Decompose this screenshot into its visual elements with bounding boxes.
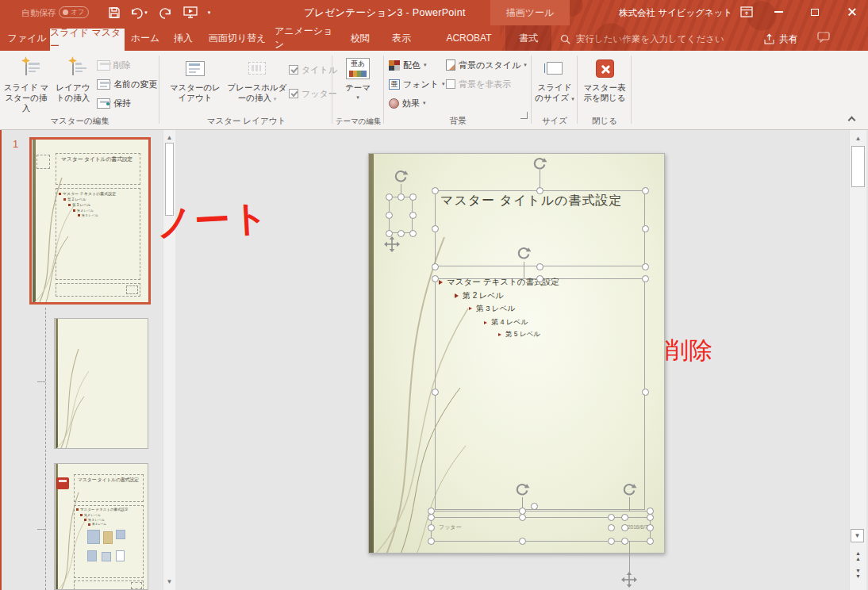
group-label-master-edit: マスターの編集 xyxy=(0,116,159,127)
save-icon[interactable] xyxy=(105,4,124,21)
selection-handle[interactable] xyxy=(428,524,435,531)
tab-view[interactable]: 表示 xyxy=(384,25,419,51)
title-checkbox[interactable]: タイトル xyxy=(289,62,337,78)
undo-caret: ▾ xyxy=(144,10,148,16)
selection-handle[interactable] xyxy=(608,514,615,521)
rotation-handle-icon[interactable] xyxy=(532,155,547,174)
selection-handle[interactable] xyxy=(608,524,615,531)
rotation-handle-icon[interactable] xyxy=(516,245,532,264)
close-button[interactable] xyxy=(836,0,868,24)
tab-animations[interactable]: アニメーション xyxy=(275,25,340,51)
rotation-handle-icon[interactable] xyxy=(393,168,409,187)
selection-handle[interactable] xyxy=(432,225,439,232)
selection-handle[interactable] xyxy=(432,389,439,396)
tab-insert[interactable]: 挿入 xyxy=(167,25,200,51)
comments-icon[interactable] xyxy=(817,32,830,46)
selection-handle[interactable] xyxy=(398,230,405,237)
selection-handle[interactable] xyxy=(536,275,543,282)
thumbnail-layout-title-content[interactable]: マスター タイトルの書式設定 マスター テキストの書式設定 第 2 レベル 第 … xyxy=(54,463,148,590)
selection-handle[interactable] xyxy=(647,524,654,531)
hide-background-checkbox[interactable]: 背景を非表示 xyxy=(446,76,511,92)
start-slideshow-icon[interactable] xyxy=(181,4,200,21)
fonts-button[interactable]: 亜 フォント▾ xyxy=(389,76,445,92)
selection-handle[interactable] xyxy=(642,225,649,232)
main-scrollbar-thumb[interactable] xyxy=(851,146,865,187)
themes-button[interactable]: 亜あ テーマ ▾ xyxy=(337,54,378,114)
selection-handle[interactable] xyxy=(621,514,628,521)
selection-handle[interactable] xyxy=(386,193,393,201)
preserve-button[interactable]: 保持 xyxy=(97,95,131,111)
rotation-handle-icon[interactable] xyxy=(621,481,637,500)
master-layout-button[interactable]: マスターのレイアウト xyxy=(167,54,224,114)
main-scrollbar[interactable]: ▲ ▼ ▲▲ ▼▼ xyxy=(849,130,866,590)
selection-handle[interactable] xyxy=(519,538,526,545)
next-slide-icon[interactable]: ▼▼ xyxy=(850,568,866,579)
slide-size-button[interactable]: スライドのサイズ ▾ xyxy=(535,54,574,114)
collapse-ribbon-icon[interactable] xyxy=(848,117,856,125)
selection-handle[interactable] xyxy=(536,263,543,270)
undo-icon[interactable]: ▾ xyxy=(127,4,151,21)
selection-handle[interactable] xyxy=(608,538,615,545)
footer-checkbox[interactable]: フッター xyxy=(289,86,337,102)
selection-handle[interactable] xyxy=(432,187,439,194)
tab-home[interactable]: ホーム xyxy=(127,25,163,51)
insert-slide-master-button[interactable]: スライド マスターの挿入 xyxy=(2,54,50,114)
insert-placeholder-button[interactable]: プレースホルダーの挿入 ▾ xyxy=(227,54,287,114)
tab-format[interactable]: 書式 xyxy=(505,25,551,51)
tab-acrobat[interactable]: ACROBAT xyxy=(441,25,497,51)
selection-handle[interactable] xyxy=(536,187,543,194)
redo-icon[interactable] xyxy=(156,4,175,21)
selection-handle[interactable] xyxy=(409,212,417,219)
move-cursor-icon[interactable] xyxy=(620,571,638,590)
selection-handle[interactable] xyxy=(428,538,435,545)
selection-handle[interactable] xyxy=(642,263,649,270)
scroll-down-icon[interactable]: ▼ xyxy=(851,529,864,542)
tab-slide-master[interactable]: スライド マスター xyxy=(50,29,125,51)
move-cursor-icon[interactable] xyxy=(383,236,401,256)
insert-layout-button[interactable]: レイアウトの挿入 xyxy=(52,54,94,114)
selection-handle[interactable] xyxy=(386,230,393,237)
selection-handle[interactable] xyxy=(647,538,654,545)
selection-handle[interactable] xyxy=(621,538,628,545)
tab-review[interactable]: 校閲 xyxy=(343,25,378,51)
selection-handle[interactable] xyxy=(432,263,439,270)
thumbnail-master-selected[interactable]: マスター タイトルの書式設定 マスター テキストの書式設定 第 2 レベル 第 … xyxy=(29,137,151,305)
background-styles-button[interactable]: 背景のスタイル▾ xyxy=(446,57,527,73)
maximize-button[interactable] xyxy=(800,0,830,24)
selection-handle[interactable] xyxy=(621,524,628,531)
scroll-up-icon[interactable]: ▲ xyxy=(850,132,866,145)
autosave-toggle[interactable]: オフ xyxy=(59,6,89,18)
rotation-handle-icon[interactable] xyxy=(514,481,530,500)
qat-customize-icon[interactable]: ▾ xyxy=(203,4,214,21)
body-placeholder[interactable] xyxy=(435,278,645,510)
colors-button[interactable]: 配色▾ xyxy=(389,57,427,73)
rename-button[interactable]: 名前の変更 xyxy=(97,76,157,92)
scroll-down-icon[interactable]: ▼ xyxy=(163,576,175,588)
close-master-view-button[interactable]: マスター表示を閉じる xyxy=(580,54,629,114)
minimize-button[interactable] xyxy=(763,0,793,24)
delete-button[interactable]: 削除 xyxy=(97,57,131,73)
selection-handle[interactable] xyxy=(647,514,654,521)
previous-slide-icon[interactable]: ▲▲ xyxy=(850,550,866,561)
selection-handle[interactable] xyxy=(409,193,417,201)
selection-handle[interactable] xyxy=(398,193,405,201)
selection-handle[interactable] xyxy=(531,503,538,510)
selection-handle[interactable] xyxy=(642,389,649,396)
tell-me-search[interactable]: 実行したい作業を入力してください xyxy=(560,31,724,47)
share-button[interactable]: 共有 xyxy=(763,31,798,47)
selection-handle[interactable] xyxy=(428,514,435,521)
selection-handle[interactable] xyxy=(642,275,649,282)
selection-handle[interactable] xyxy=(642,187,649,194)
tab-transitions[interactable]: 画面切り替え xyxy=(203,25,271,51)
master-slide[interactable]: マスター タイトルの書式設定 マスター テキストの書式設定 第 2 レベル 第 … xyxy=(368,153,665,554)
ribbon-display-options-icon[interactable] xyxy=(732,0,762,24)
thumbnail-layout-blank[interactable] xyxy=(54,318,148,449)
selection-handle[interactable] xyxy=(409,230,417,237)
selection-handle[interactable] xyxy=(386,212,393,219)
background-dialog-launcher-icon[interactable] xyxy=(520,112,528,119)
fonts-icon: 亜 xyxy=(389,79,400,90)
tab-file[interactable]: ファイル xyxy=(6,25,48,51)
effects-button[interactable]: 効果▾ xyxy=(389,95,426,111)
selection-handle[interactable] xyxy=(519,514,526,521)
selection-handle[interactable] xyxy=(432,275,439,282)
